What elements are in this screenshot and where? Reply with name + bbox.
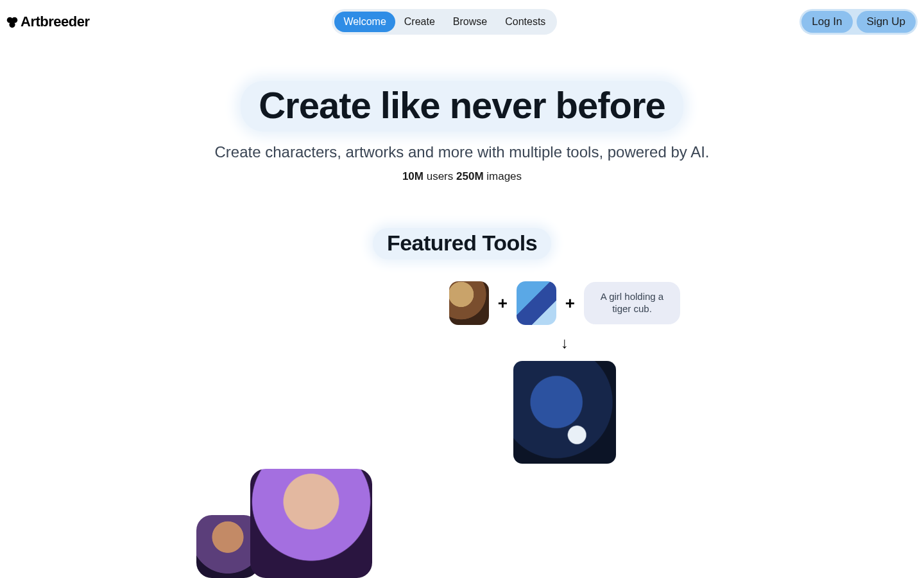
nav-create[interactable]: Create — [395, 12, 444, 32]
composer-demo: + + A girl holding a tiger cub. ↓ — [449, 281, 680, 464]
logo-text: Artbreeder — [21, 13, 89, 30]
auth-buttons: Log In Sign Up — [800, 9, 918, 35]
hero-stats: 10M users 250M images — [0, 170, 924, 183]
hero: Create like never before Create characte… — [0, 81, 924, 183]
composer-input-image-1[interactable] — [449, 281, 489, 325]
nav-welcome[interactable]: Welcome — [334, 12, 395, 32]
composer-input-image-2[interactable] — [517, 281, 556, 325]
logo[interactable]: Artbreeder — [5, 13, 89, 30]
featured-tools-title: Featured Tools — [373, 228, 551, 259]
logo-icon — [5, 15, 19, 29]
images-count: 250M — [456, 170, 484, 182]
svg-point-2 — [9, 22, 15, 28]
main-nav: Welcome Create Browse Contests — [332, 9, 557, 35]
users-label: users — [424, 170, 456, 182]
featured-tools-heading: Featured Tools — [0, 228, 924, 259]
arrow-down-icon: ↓ — [561, 334, 569, 352]
composer-prompt[interactable]: A girl holding a tiger cub. — [584, 282, 680, 324]
composer-inputs-row: + + A girl holding a tiger cub. — [449, 281, 680, 325]
login-button[interactable]: Log In — [801, 11, 852, 33]
images-label: images — [484, 170, 522, 182]
hero-subtitle: Create characters, artworks and more wit… — [0, 143, 924, 161]
users-count: 10M — [402, 170, 424, 182]
plus-icon: + — [565, 293, 575, 313]
hero-title: Create like never before — [241, 81, 683, 132]
showcase-faces — [196, 469, 372, 578]
plus-icon: + — [498, 293, 508, 313]
header: Artbreeder Welcome Create Browse Contest… — [0, 0, 924, 44]
signup-button[interactable]: Sign Up — [857, 11, 916, 33]
showcase-face-large[interactable] — [250, 469, 372, 578]
composer-result-image[interactable] — [513, 361, 616, 464]
nav-contests[interactable]: Contests — [496, 12, 554, 32]
nav-browse[interactable]: Browse — [444, 12, 496, 32]
